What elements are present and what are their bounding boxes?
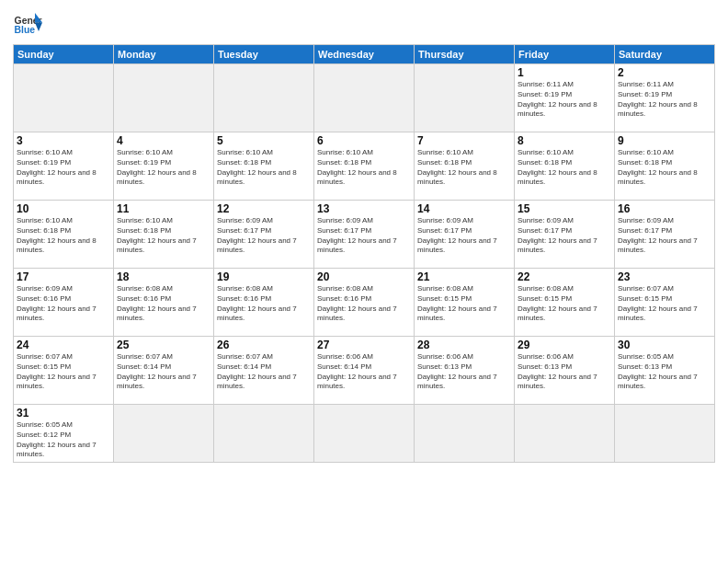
day-number: 25 (117, 339, 210, 351)
day-number: 31 (17, 407, 110, 419)
day-number: 26 (217, 339, 311, 351)
day-info: Sunrise: 6:10 AM Sunset: 6:19 PM Dayligh… (117, 148, 210, 188)
day-number: 14 (417, 202, 511, 215)
calendar-cell: 27Sunrise: 6:06 AM Sunset: 6:14 PM Dayli… (314, 337, 415, 405)
calendar-cell (615, 405, 715, 463)
calendar-table: SundayMondayTuesdayWednesdayThursdayFrid… (13, 44, 715, 463)
calendar-cell (415, 405, 515, 463)
calendar-cell (214, 64, 314, 132)
day-number: 19 (217, 270, 311, 283)
logo: General Blue (13, 9, 42, 39)
calendar-cell: 11Sunrise: 6:10 AM Sunset: 6:18 PM Dayli… (114, 201, 214, 269)
day-number: 20 (317, 270, 411, 283)
calendar-cell: 9Sunrise: 6:10 AM Sunset: 6:18 PM Daylig… (615, 132, 715, 201)
logo-icon: General Blue (13, 9, 42, 39)
calendar-cell: 21Sunrise: 6:08 AM Sunset: 6:15 PM Dayli… (415, 269, 515, 337)
weekday-header-wednesday: Wednesday (314, 45, 415, 64)
day-number: 9 (618, 134, 711, 147)
calendar-cell: 19Sunrise: 6:08 AM Sunset: 6:16 PM Dayli… (214, 269, 314, 337)
calendar-week-row: 24Sunrise: 6:07 AM Sunset: 6:15 PM Dayli… (14, 337, 715, 405)
calendar-cell: 5Sunrise: 6:10 AM Sunset: 6:18 PM Daylig… (214, 132, 314, 201)
calendar-cell (214, 405, 314, 463)
day-info: Sunrise: 6:06 AM Sunset: 6:13 PM Dayligh… (417, 352, 511, 392)
calendar-week-row: 1Sunrise: 6:11 AM Sunset: 6:19 PM Daylig… (14, 64, 715, 132)
calendar-cell: 25Sunrise: 6:07 AM Sunset: 6:14 PM Dayli… (114, 337, 214, 405)
calendar-cell (515, 405, 615, 463)
weekday-header-monday: Monday (114, 45, 214, 64)
day-number: 12 (217, 202, 311, 215)
day-info: Sunrise: 6:06 AM Sunset: 6:13 PM Dayligh… (518, 352, 611, 392)
day-info: Sunrise: 6:09 AM Sunset: 6:17 PM Dayligh… (518, 216, 611, 256)
calendar-cell: 22Sunrise: 6:08 AM Sunset: 6:15 PM Dayli… (515, 269, 615, 337)
day-number: 7 (417, 134, 511, 147)
calendar-cell (114, 405, 214, 463)
calendar-week-row: 17Sunrise: 6:09 AM Sunset: 6:16 PM Dayli… (14, 269, 715, 337)
calendar-week-row: 31Sunrise: 6:05 AM Sunset: 6:12 PM Dayli… (14, 405, 715, 463)
calendar-cell (114, 64, 214, 132)
day-number: 18 (117, 270, 210, 283)
calendar-cell: 7Sunrise: 6:10 AM Sunset: 6:18 PM Daylig… (415, 132, 515, 201)
calendar-cell: 2Sunrise: 6:11 AM Sunset: 6:19 PM Daylig… (615, 64, 715, 132)
calendar-cell: 29Sunrise: 6:06 AM Sunset: 6:13 PM Dayli… (515, 337, 615, 405)
calendar-cell: 26Sunrise: 6:07 AM Sunset: 6:14 PM Dayli… (214, 337, 314, 405)
day-number: 1 (518, 66, 611, 79)
day-info: Sunrise: 6:11 AM Sunset: 6:19 PM Dayligh… (618, 80, 711, 120)
day-number: 8 (518, 134, 611, 147)
day-number: 27 (317, 339, 411, 351)
svg-marker-3 (35, 22, 42, 31)
day-info: Sunrise: 6:08 AM Sunset: 6:16 PM Dayligh… (117, 284, 210, 324)
weekday-header-thursday: Thursday (415, 45, 515, 64)
day-info: Sunrise: 6:08 AM Sunset: 6:15 PM Dayligh… (417, 284, 511, 324)
calendar-cell (14, 64, 114, 132)
day-number: 11 (117, 202, 210, 215)
calendar-cell: 23Sunrise: 6:07 AM Sunset: 6:15 PM Dayli… (615, 269, 715, 337)
day-number: 15 (518, 202, 611, 215)
day-info: Sunrise: 6:09 AM Sunset: 6:16 PM Dayligh… (17, 284, 110, 324)
day-info: Sunrise: 6:06 AM Sunset: 6:14 PM Dayligh… (317, 352, 411, 392)
calendar-cell: 31Sunrise: 6:05 AM Sunset: 6:12 PM Dayli… (14, 405, 114, 463)
day-info: Sunrise: 6:10 AM Sunset: 6:18 PM Dayligh… (217, 148, 311, 188)
day-number: 28 (417, 339, 511, 351)
day-info: Sunrise: 6:10 AM Sunset: 6:18 PM Dayligh… (518, 148, 611, 188)
day-info: Sunrise: 6:07 AM Sunset: 6:15 PM Dayligh… (618, 284, 711, 324)
weekday-header-sunday: Sunday (14, 45, 114, 64)
day-number: 6 (317, 134, 411, 147)
calendar-cell: 15Sunrise: 6:09 AM Sunset: 6:17 PM Dayli… (515, 201, 615, 269)
calendar-cell: 14Sunrise: 6:09 AM Sunset: 6:17 PM Dayli… (415, 201, 515, 269)
calendar-cell (415, 64, 515, 132)
day-info: Sunrise: 6:08 AM Sunset: 6:16 PM Dayligh… (317, 284, 411, 324)
day-number: 21 (417, 270, 511, 283)
day-number: 5 (217, 134, 311, 147)
calendar-cell: 4Sunrise: 6:10 AM Sunset: 6:19 PM Daylig… (114, 132, 214, 201)
calendar-cell: 16Sunrise: 6:09 AM Sunset: 6:17 PM Dayli… (615, 201, 715, 269)
svg-text:Blue: Blue (15, 25, 36, 35)
day-info: Sunrise: 6:10 AM Sunset: 6:18 PM Dayligh… (618, 148, 711, 188)
day-info: Sunrise: 6:10 AM Sunset: 6:18 PM Dayligh… (317, 148, 411, 188)
calendar-week-row: 10Sunrise: 6:10 AM Sunset: 6:18 PM Dayli… (14, 201, 715, 269)
calendar-cell: 12Sunrise: 6:09 AM Sunset: 6:17 PM Dayli… (214, 201, 314, 269)
day-info: Sunrise: 6:11 AM Sunset: 6:19 PM Dayligh… (518, 80, 611, 120)
calendar-cell: 17Sunrise: 6:09 AM Sunset: 6:16 PM Dayli… (14, 269, 114, 337)
day-number: 30 (618, 339, 711, 351)
day-number: 13 (317, 202, 411, 215)
day-number: 16 (618, 202, 711, 215)
day-info: Sunrise: 6:10 AM Sunset: 6:18 PM Dayligh… (117, 216, 210, 256)
day-info: Sunrise: 6:07 AM Sunset: 6:14 PM Dayligh… (217, 352, 311, 392)
day-info: Sunrise: 6:08 AM Sunset: 6:15 PM Dayligh… (518, 284, 611, 324)
day-number: 2 (618, 66, 711, 79)
day-info: Sunrise: 6:07 AM Sunset: 6:15 PM Dayligh… (17, 352, 110, 392)
calendar-cell: 24Sunrise: 6:07 AM Sunset: 6:15 PM Dayli… (14, 337, 114, 405)
day-number: 10 (17, 202, 110, 215)
day-info: Sunrise: 6:10 AM Sunset: 6:19 PM Dayligh… (17, 148, 110, 188)
weekday-header-tuesday: Tuesday (214, 45, 314, 64)
day-info: Sunrise: 6:05 AM Sunset: 6:13 PM Dayligh… (618, 352, 711, 392)
calendar-cell: 30Sunrise: 6:05 AM Sunset: 6:13 PM Dayli… (615, 337, 715, 405)
weekday-header-friday: Friday (515, 45, 615, 64)
day-number: 22 (518, 270, 611, 283)
calendar-cell (314, 405, 415, 463)
day-number: 3 (17, 134, 110, 147)
day-info: Sunrise: 6:09 AM Sunset: 6:17 PM Dayligh… (618, 216, 711, 256)
calendar-cell: 18Sunrise: 6:08 AM Sunset: 6:16 PM Dayli… (114, 269, 214, 337)
calendar-cell (314, 64, 415, 132)
calendar-cell: 6Sunrise: 6:10 AM Sunset: 6:18 PM Daylig… (314, 132, 415, 201)
